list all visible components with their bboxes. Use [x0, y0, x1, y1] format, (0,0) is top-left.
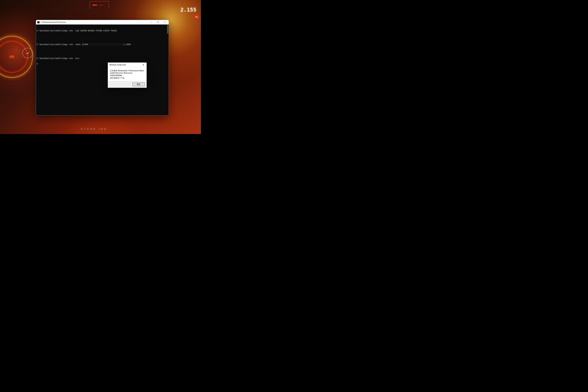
wsh-dialog-title: Windows Script Host — [109, 64, 140, 66]
wsh-close-button[interactable] — [140, 62, 146, 67]
cmd-window[interactable]: C:\Windows\System32\cmd.exe C:\Windows\S… — [36, 20, 169, 116]
cmd-prompt: C:\Windows\System32> — [36, 29, 62, 32]
cmd-line: C:\Windows\System32>slmgr.vbs -ipk W269N… — [36, 29, 168, 32]
cmd-cursor — [36, 64, 38, 64]
hud-meter-value: 2.155 — [180, 7, 196, 13]
cmd-command-text: slmgr.vbs -skms [2409 — [62, 43, 88, 46]
minimize-icon — [150, 22, 152, 23]
cmd-blank-line — [36, 36, 168, 40]
cmd-icon — [37, 21, 40, 23]
hud-check-circle — [22, 48, 33, 58]
wsh-ok-button[interactable]: 确定 — [132, 82, 145, 86]
wsh-message-line: 成功地激活了产品。 — [110, 77, 144, 79]
maximize-button[interactable] — [154, 20, 162, 24]
cmd-window-title: C:\Windows\System32\cmd.exe — [40, 21, 148, 23]
window-controls — [148, 20, 168, 24]
cmd-scrollbar[interactable] — [166, 24, 169, 115]
cmd-line: C:\Windows\System32>slmgr.vbs -skms [240… — [36, 43, 168, 46]
cmd-command-text: slmgr.vbs -ipk W269N-WFGWX-YVC9B-4J6C9-T… — [62, 29, 117, 32]
cmd-terminal-body[interactable]: C:\Windows\System32>slmgr.vbs -ipk W269N… — [36, 24, 169, 115]
checkmark-icon — [26, 51, 30, 55]
close-icon — [164, 22, 166, 23]
wsh-dialog[interactable]: Windows Script Host 正在激活 Windows(R), Pro… — [108, 62, 147, 88]
wsh-message-line: 正在激活 Windows(R), Professional edition — [110, 70, 144, 72]
maximize-icon — [157, 22, 159, 23]
redacted-segment — [88, 43, 123, 46]
cmd-command-text: ]:1688 — [123, 43, 130, 46]
hud-brand-text: STARK IND — [81, 127, 108, 131]
hud-badge: D₂ — [194, 15, 199, 19]
wsh-message-line: (2de67392-b7a7-462a-b1ca-108dd189f588) .… — [110, 72, 144, 77]
minimize-button[interactable] — [148, 20, 154, 24]
cmd-titlebar[interactable]: C:\Windows\System32\cmd.exe — [36, 20, 169, 24]
cmd-line: C:\Windows\System32>slmgr.vbs -ato — [36, 57, 168, 60]
hud-bracket-decoration — [90, 1, 109, 9]
cmd-command-text: slmgr.vbs -ato — [62, 57, 79, 60]
svg-rect-0 — [158, 22, 159, 23]
wsh-titlebar[interactable]: Windows Script Host — [108, 62, 146, 67]
close-icon — [142, 64, 144, 66]
cmd-scrollbar-thumb[interactable] — [167, 25, 168, 34]
wsh-message-body: 正在激活 Windows(R), Professional edition (2… — [108, 67, 146, 81]
cmd-prompt: C:\Windows\System32> — [36, 57, 62, 60]
cmd-blank-line — [36, 50, 168, 53]
cmd-prompt: C:\Windows\System32> — [36, 43, 62, 46]
close-button[interactable] — [162, 20, 168, 24]
cmd-line — [36, 64, 168, 64]
wsh-footer: 确定 — [108, 81, 146, 88]
